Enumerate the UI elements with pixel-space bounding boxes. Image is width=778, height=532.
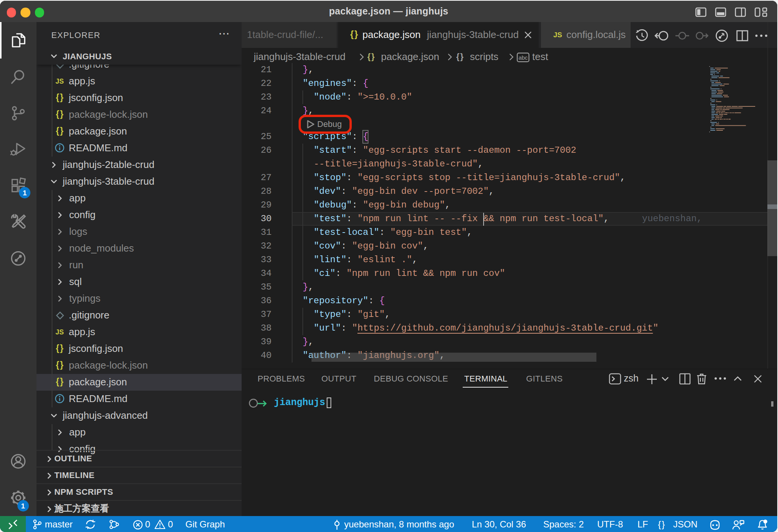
svg-text:abc: abc	[518, 54, 528, 60]
